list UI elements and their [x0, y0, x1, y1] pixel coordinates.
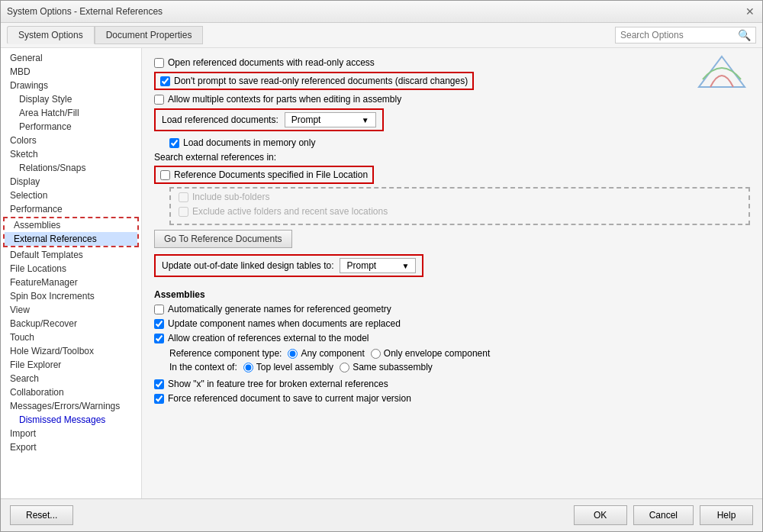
- any-component-radio[interactable]: [288, 349, 298, 359]
- sidebar-item-file-locations[interactable]: File Locations: [1, 262, 141, 276]
- sidebar-item-messages[interactable]: Messages/Errors/Warnings: [1, 399, 141, 413]
- sidebar-item-performance[interactable]: Performance: [1, 202, 141, 216]
- show-x-checkbox[interactable]: [154, 379, 164, 389]
- only-envelope-radio[interactable]: [371, 349, 381, 359]
- load-dropdown[interactable]: Prompt ▼: [285, 112, 376, 127]
- only-envelope-label[interactable]: Only envelope component: [371, 348, 490, 359]
- sidebar-item-relations-snaps[interactable]: Relations/Snaps: [1, 161, 141, 175]
- sidebar-item-search[interactable]: Search: [1, 372, 141, 385]
- sidebar-item-display[interactable]: Display: [1, 175, 141, 189]
- include-subfolders-checkbox[interactable]: [179, 192, 188, 202]
- sidebar-item-export[interactable]: Export: [1, 440, 141, 454]
- open-readonly-checkbox[interactable]: [154, 58, 164, 68]
- sidebar-item-display-style[interactable]: Display Style: [1, 92, 141, 106]
- same-subassembly-label[interactable]: Same subassembly: [340, 362, 433, 372]
- in-context-label: In the context of:: [169, 362, 237, 372]
- ok-button[interactable]: OK: [574, 505, 627, 525]
- sidebar-item-import[interactable]: Import: [1, 427, 141, 440]
- force-save-label[interactable]: Force referenced document to save to cur…: [154, 393, 411, 404]
- window-title: System Options - External References: [7, 6, 163, 17]
- load-memory-checkbox[interactable]: [169, 138, 179, 148]
- go-to-ref-button[interactable]: Go To Reference Documents: [154, 230, 292, 248]
- update-component-checkbox[interactable]: [154, 319, 164, 329]
- load-label: Load referenced documents:: [162, 114, 278, 125]
- sidebar-item-selection[interactable]: Selection: [1, 189, 141, 202]
- exclude-active-label[interactable]: Exclude active folders and recent save l…: [179, 206, 388, 217]
- same-subassembly-radio[interactable]: [340, 363, 349, 372]
- force-save-checkbox[interactable]: [154, 394, 164, 404]
- exclude-active-row: Exclude active folders and recent save l…: [179, 206, 741, 217]
- reset-button[interactable]: Reset...: [10, 505, 73, 525]
- open-readonly-label[interactable]: Open referenced documents with read-only…: [154, 57, 375, 68]
- sidebar-item-general[interactable]: General: [1, 51, 141, 65]
- footer-right: OK Cancel Help: [574, 505, 753, 525]
- search-input[interactable]: [620, 30, 735, 40]
- help-button[interactable]: Help: [700, 505, 753, 525]
- dont-prompt-row: Don't prompt to save read-only reference…: [154, 72, 474, 90]
- top-level-label[interactable]: Top level assembly: [243, 362, 333, 372]
- sidebar-item-default-templates[interactable]: Default Templates: [1, 248, 141, 262]
- update-label: Update out-of-date linked design tables …: [162, 260, 333, 271]
- sidebar: General MBD Drawings Display Style Area …: [1, 48, 142, 498]
- update-component-row: Update component names when documents ar…: [154, 318, 750, 329]
- open-readonly-row: Open referenced documents with read-only…: [154, 57, 750, 68]
- sidebar-item-external-references[interactable]: External References: [5, 232, 137, 246]
- sidebar-item-view[interactable]: View: [1, 303, 141, 317]
- any-component-label[interactable]: Any component: [288, 348, 364, 359]
- subfolders-section: Include sub-folders Exclude active folde…: [169, 187, 750, 225]
- sidebar-item-file-explorer[interactable]: File Explorer: [1, 358, 141, 372]
- load-memory-label[interactable]: Load documents in memory only: [169, 137, 315, 148]
- allow-multiple-label[interactable]: Allow multiple contexts for parts when e…: [154, 94, 401, 105]
- include-subfolders-row: Include sub-folders: [179, 192, 741, 202]
- show-x-row: Show "x" in feature tree for broken exte…: [154, 379, 750, 389]
- sidebar-item-collaboration[interactable]: Collaboration: [1, 385, 141, 399]
- assemblies-section: Assemblies Automatically generate names …: [154, 289, 750, 404]
- sidebar-item-spin-box[interactable]: Spin Box Increments: [1, 289, 141, 303]
- sidebar-item-mbd[interactable]: MBD: [1, 65, 141, 79]
- toolbar: System Options Document Properties 🔍: [1, 23, 762, 48]
- main-panel: Open referenced documents with read-only…: [142, 48, 762, 498]
- ref-docs-row: Reference Documents specified in File Lo…: [154, 166, 374, 184]
- allow-creation-checkbox[interactable]: [154, 334, 164, 343]
- update-component-label[interactable]: Update component names when documents ar…: [154, 318, 401, 329]
- include-subfolders-label[interactable]: Include sub-folders: [179, 192, 269, 202]
- tab-document-properties[interactable]: Document Properties: [95, 26, 204, 44]
- update-dropdown[interactable]: Prompt ▼: [340, 258, 416, 273]
- sidebar-item-drawings[interactable]: Drawings: [1, 79, 141, 92]
- sidebar-item-hole-wizard[interactable]: Hole Wizard/Toolbox: [1, 344, 141, 358]
- sidebar-item-assemblies[interactable]: Assemblies: [5, 218, 137, 232]
- tab-bar: System Options Document Properties: [7, 26, 203, 44]
- sidebar-item-backup-recover[interactable]: Backup/Recover: [1, 317, 141, 330]
- cancel-button[interactable]: Cancel: [633, 505, 694, 525]
- ref-docs-checkbox[interactable]: [160, 170, 170, 180]
- ref-component-row: Reference component type: Any component …: [169, 348, 750, 359]
- ref-component-label: Reference component type:: [169, 348, 282, 359]
- load-section: Load referenced documents: Prompt ▼: [154, 108, 384, 131]
- load-dropdown-arrow: ▼: [362, 116, 369, 124]
- dont-prompt-checkbox[interactable]: [160, 76, 170, 86]
- close-button[interactable]: ✕: [744, 5, 756, 18]
- sidebar-item-feature-manager[interactable]: FeatureManager: [1, 276, 141, 289]
- go-to-ref-container: Go To Reference Documents: [154, 230, 750, 248]
- sidebar-item-colors[interactable]: Colors: [1, 134, 141, 147]
- tab-system-options[interactable]: System Options: [7, 26, 95, 44]
- content-area: General MBD Drawings Display Style Area …: [1, 48, 762, 498]
- allow-creation-label[interactable]: Allow creation of references external to…: [154, 333, 369, 343]
- title-bar: System Options - External References ✕: [1, 1, 762, 23]
- sidebar-item-area-hatch[interactable]: Area Hatch/Fill: [1, 106, 141, 120]
- sidebar-item-dismissed[interactable]: Dismissed Messages: [1, 413, 141, 427]
- svg-marker-0: [699, 56, 745, 87]
- show-x-label[interactable]: Show "x" in feature tree for broken exte…: [154, 379, 388, 389]
- search-box: 🔍: [615, 27, 756, 44]
- auto-generate-checkbox[interactable]: [154, 305, 164, 314]
- allow-multiple-checkbox[interactable]: [154, 95, 164, 105]
- force-save-row: Force referenced document to save to cur…: [154, 393, 750, 404]
- footer-left: Reset...: [10, 505, 73, 525]
- auto-generate-label[interactable]: Automatically generate names for referen…: [154, 304, 391, 314]
- top-level-radio[interactable]: [243, 363, 253, 372]
- sidebar-item-touch[interactable]: Touch: [1, 330, 141, 344]
- sidebar-item-sketch[interactable]: Sketch: [1, 147, 141, 161]
- sidebar-item-performance-draw[interactable]: Performance: [1, 120, 141, 134]
- logo: [695, 53, 749, 93]
- exclude-active-checkbox[interactable]: [179, 207, 188, 217]
